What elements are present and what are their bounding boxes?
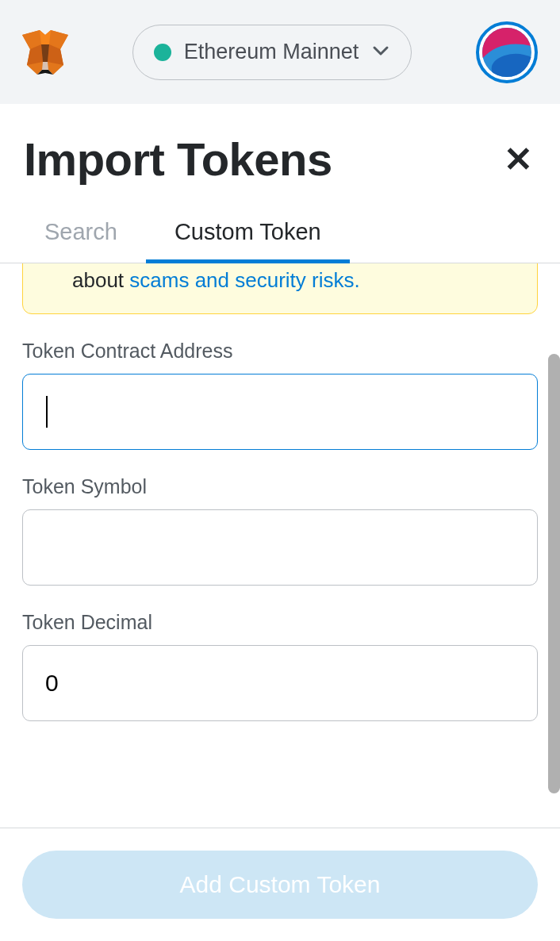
text-cursor-icon <box>46 396 48 428</box>
page-title: Import Tokens <box>24 133 332 186</box>
tab-bar: Search Custom Token <box>0 209 560 263</box>
form-scroll-area: fake versions of existing tokens. Learn … <box>0 263 560 797</box>
footer: Add Custom Token <box>0 828 560 941</box>
tab-search[interactable]: Search <box>16 209 146 263</box>
chevron-down-icon <box>371 41 390 63</box>
token-contract-address-label: Token Contract Address <box>22 340 538 363</box>
top-bar: Ethereum Mainnet <box>0 0 560 104</box>
svg-marker-8 <box>42 62 48 70</box>
token-contract-address-input[interactable] <box>22 374 538 450</box>
tab-custom-token[interactable]: Custom Token <box>146 209 350 264</box>
account-avatar-icon <box>482 28 531 77</box>
svg-marker-3 <box>40 30 51 44</box>
token-symbol-field: Token Symbol <box>22 475 538 586</box>
account-avatar-button[interactable] <box>476 21 538 83</box>
warning-banner: fake versions of existing tokens. Learn … <box>22 263 538 314</box>
page-header: Import Tokens ✕ <box>0 104 560 209</box>
token-decimal-label: Token Decimal <box>22 611 538 634</box>
network-selector-container: Ethereum Mainnet <box>82 25 462 80</box>
network-label: Ethereum Mainnet <box>184 40 359 64</box>
close-icon: ✕ <box>504 140 533 179</box>
token-symbol-input[interactable] <box>22 509 538 586</box>
scrollbar-thumb[interactable] <box>548 354 560 793</box>
token-decimal-field: Token Decimal <box>22 611 538 721</box>
token-decimal-input[interactable] <box>22 645 538 721</box>
token-contract-address-field: Token Contract Address <box>22 340 538 450</box>
network-status-dot-icon <box>154 44 171 61</box>
scams-security-link[interactable]: scams and security risks. <box>129 268 359 292</box>
scrollbar-track <box>548 265 560 795</box>
close-button[interactable]: ✕ <box>501 139 536 180</box>
add-custom-token-button[interactable]: Add Custom Token <box>22 851 538 919</box>
network-selector[interactable]: Ethereum Mainnet <box>132 25 412 80</box>
metamask-logo-icon <box>22 30 68 75</box>
token-symbol-label: Token Symbol <box>22 475 538 498</box>
